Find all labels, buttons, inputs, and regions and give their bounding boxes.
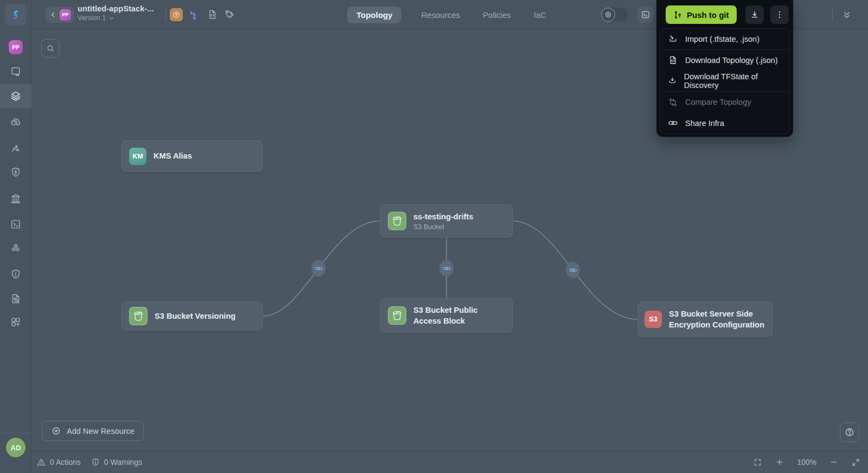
- node-title: S3 Bucket Server Side Encryption Configu…: [669, 308, 766, 331]
- sidebar-item-policy-violations[interactable]: [0, 262, 31, 286]
- menu-item-label: Import (.tfstate, .json): [685, 35, 760, 43]
- menu-item-share-infra[interactable]: Share Infra: [660, 112, 789, 134]
- menu-item-label: Compare Topology: [685, 98, 751, 106]
- tab-resources[interactable]: Resources: [418, 7, 463, 23]
- app-logo[interactable]: [5, 4, 27, 26]
- back-button[interactable]: PP: [46, 7, 74, 23]
- actions-count: 0 Actions: [50, 458, 81, 466]
- chevron-left-icon: [49, 11, 57, 18]
- link-icon: [569, 267, 577, 274]
- import-icon: [668, 34, 678, 44]
- sidebar-item-discovery[interactable]: [0, 110, 31, 134]
- node-s3-public-access-block[interactable]: S3 Bucket Public Access Block: [380, 298, 513, 333]
- node-kms-alias[interactable]: KM KMS Alias: [121, 140, 263, 172]
- shield-alert-icon: [91, 457, 100, 467]
- menu-item-import[interactable]: Import (.tfstate, .json): [660, 29, 789, 50]
- s3-bucket-icon: [388, 212, 406, 230]
- grid-plus-icon: [10, 316, 22, 328]
- search-icon: [46, 43, 55, 53]
- plus-circle-icon: [51, 426, 61, 436]
- file-code-icon: [668, 55, 678, 65]
- version-selector[interactable]: Version 1: [78, 14, 154, 22]
- warnings-status[interactable]: 0 Warnings: [91, 457, 142, 467]
- link-icon: [315, 265, 323, 272]
- download-button[interactable]: [745, 5, 764, 24]
- project-info: untitled-appStack-... Version 1: [78, 4, 154, 22]
- push-to-git-label: Push to git: [687, 10, 729, 20]
- journal-icon: [10, 66, 22, 78]
- sidebar-divider: [0, 433, 31, 433]
- add-new-resource-label: Add New Resource: [67, 427, 135, 436]
- edge-link-badge[interactable]: [439, 260, 454, 276]
- terminal-icon: [10, 218, 22, 230]
- download-tray-icon: [668, 75, 677, 86]
- git-compare-icon: [668, 97, 678, 108]
- node-title: S3 Bucket Versioning: [155, 311, 235, 321]
- zoom-level[interactable]: 100%: [797, 458, 816, 466]
- link-icon: [668, 118, 678, 128]
- cloud-search-icon: [10, 116, 22, 128]
- question-circle-icon: [844, 427, 855, 438]
- collapse-header-button[interactable]: [841, 9, 853, 21]
- help-button[interactable]: [840, 422, 859, 442]
- split-arrows-icon: [10, 142, 22, 154]
- node-s3-sse-configuration[interactable]: S3 S3 Bucket Server Side Encryption Conf…: [637, 301, 773, 337]
- kms-badge-icon[interactable]: [170, 8, 183, 21]
- terminal-button[interactable]: [637, 7, 654, 23]
- fit-view-button[interactable]: [851, 458, 860, 467]
- file-search-icon: [10, 293, 22, 305]
- status-right: 100%: [753, 458, 860, 467]
- menu-item-download-tfstate[interactable]: Download TFState of Discovery: [660, 71, 789, 92]
- workspace-badge[interactable]: PP: [9, 40, 23, 54]
- download-icon: [750, 10, 760, 20]
- zoom-in-button[interactable]: [775, 458, 784, 466]
- edge-link-badge[interactable]: [311, 260, 326, 276]
- node-s3-bucket-versioning[interactable]: S3 Bucket Versioning: [121, 301, 263, 331]
- tab-topology[interactable]: Topology: [347, 7, 401, 23]
- project-badge: PP: [60, 9, 71, 21]
- canvas-search-button[interactable]: [41, 39, 60, 58]
- terminal-icon: [641, 10, 650, 20]
- sidebar-item-security[interactable]: [0, 160, 31, 184]
- appstack-logo-icon: [9, 8, 22, 21]
- hexagon-cluster-icon: [10, 242, 22, 254]
- fullscreen-icon: [753, 458, 762, 467]
- status-bar: 0 Actions 0 Warnings 100%: [31, 451, 868, 473]
- zoom-out-button[interactable]: [829, 458, 838, 466]
- fullscreen-button[interactable]: [753, 458, 762, 467]
- edge-link-badge[interactable]: [566, 262, 580, 278]
- sidebar-item-integrations[interactable]: [0, 310, 31, 334]
- menu-item-compare-topology[interactable]: Compare Topology: [660, 92, 789, 113]
- project-title: untitled-appStack-...: [78, 4, 154, 13]
- toggle-knob: [601, 8, 615, 22]
- user-avatar[interactable]: AD: [6, 438, 25, 457]
- bank-icon: [10, 192, 22, 204]
- file-code-icon[interactable]: [207, 9, 218, 20]
- sidebar-item-journal[interactable]: [0, 60, 31, 84]
- xray-toggle[interactable]: [601, 8, 628, 22]
- menu-item-download-topology[interactable]: Download Topology (.json): [660, 50, 789, 71]
- sidebar-item-audit[interactable]: [0, 287, 31, 311]
- warning-triangle-icon: [36, 457, 46, 467]
- tab-iac[interactable]: IaC: [531, 7, 550, 23]
- tags-icon[interactable]: [224, 9, 235, 20]
- header-divider: [832, 8, 833, 21]
- kebab-menu-icon: [775, 10, 784, 20]
- sidebar-item-terminal[interactable]: [0, 212, 31, 236]
- more-options-button[interactable]: [770, 5, 789, 24]
- version-label: Version 1: [78, 14, 106, 22]
- tab-policies[interactable]: Policies: [480, 7, 514, 23]
- sidebar-item-modules[interactable]: [0, 236, 31, 260]
- view-tabs: Topology Resources Policies IaC: [347, 5, 550, 24]
- node-ss-testing-drifts[interactable]: ss-testing-drifts S3 Bucket: [380, 204, 513, 238]
- sidebar-item-drift[interactable]: [0, 136, 31, 160]
- sidebar-item-topology[interactable]: [0, 84, 31, 108]
- menu-item-label: Download TFState of Discovery: [684, 72, 782, 90]
- push-to-git-button[interactable]: Push to git: [666, 5, 737, 24]
- git-push-icon: [673, 10, 682, 20]
- add-new-resource-button[interactable]: Add New Resource: [42, 421, 144, 441]
- sidebar-item-governance[interactable]: [0, 186, 31, 210]
- actions-status[interactable]: 0 Actions: [36, 457, 81, 467]
- node-title: ss-testing-drifts: [413, 211, 473, 222]
- terraform-icon[interactable]: [188, 9, 200, 21]
